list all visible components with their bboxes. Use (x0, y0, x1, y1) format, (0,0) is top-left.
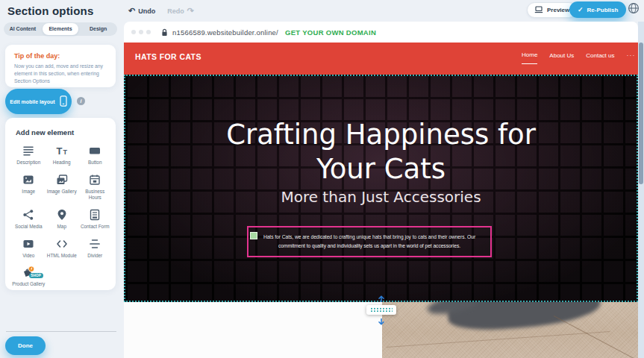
tip-body: Now you can add, move and resize any ele… (14, 63, 107, 86)
html-module-icon (55, 237, 69, 251)
element-item-heading[interactable]: TT Heading (46, 144, 79, 166)
element-item-html-module[interactable]: HTML Module (46, 237, 79, 260)
undo-button[interactable]: ↶ Undo (128, 7, 155, 15)
element-label: Divider (87, 253, 102, 260)
element-label: Button (88, 160, 101, 166)
arrow-up-icon (378, 292, 385, 305)
nav-item-contact-us[interactable]: Contact us (586, 52, 614, 64)
hero-title-line1: Crafting Happiness for (125, 118, 637, 152)
pavement-joint-line (387, 331, 610, 348)
redo-icon: ↷ (187, 7, 194, 15)
svg-text:T: T (56, 145, 62, 157)
element-label: Description (16, 160, 40, 166)
nav-item-about-us[interactable]: About Us (549, 52, 574, 64)
smartphone-icon (60, 95, 67, 107)
element-item-social-media[interactable]: Social Media (12, 208, 46, 230)
button-icon (88, 144, 101, 157)
tip-of-the-day-card: Tip of the day: Now you can add, move an… (5, 45, 116, 87)
element-item-contact-form[interactable]: Contact Form (78, 208, 112, 230)
hero-paragraph: Hats for Cats, we are dedicated to craft… (252, 233, 487, 250)
add-element-panel: Add new element Description TT Heading B… (5, 118, 116, 290)
site-logo[interactable]: HATS FOR CATS (135, 52, 201, 61)
browser-bar: n1566589.websitebuilder.online/ GET YOUR… (124, 22, 638, 43)
pavement-joint-line (554, 315, 638, 358)
hero-subtitle[interactable]: More than Just Accessories (125, 188, 637, 206)
element-label: Business Hours (78, 189, 112, 201)
republish-label: Re-Publish (587, 7, 619, 13)
contact-form-icon (88, 208, 101, 222)
next-section-image[interactable] (382, 302, 638, 358)
element-label: Video (22, 253, 34, 260)
element-item-image[interactable]: Image (12, 173, 46, 201)
edit-mobile-layout-button[interactable]: Edit mobile layout (5, 89, 72, 114)
element-label: HTML Module (47, 253, 77, 260)
element-item-video[interactable]: Video (12, 237, 46, 260)
nav-item-home[interactable]: Home (522, 51, 537, 64)
element-label: Map (57, 224, 66, 230)
svg-text:T: T (63, 148, 67, 156)
element-item-business-hours[interactable]: Business Hours (78, 173, 112, 201)
site-header: HATS FOR CATS Home About Us Contact us ·… (124, 43, 638, 75)
lock-icon (161, 28, 168, 37)
tip-title: Tip of the day: (14, 52, 107, 60)
redo-label: Redo (167, 7, 184, 15)
element-label: Image Gallery (47, 189, 77, 195)
edit-mobile-label: Edit mobile layout (10, 99, 54, 104)
resize-grip[interactable] (366, 305, 396, 315)
republish-button[interactable]: ✓ Re-Publish (569, 1, 626, 18)
arrow-down-icon (378, 315, 385, 328)
next-section-background[interactable] (124, 302, 382, 358)
site-nav: Home About Us Contact us ··· (522, 51, 636, 64)
tab-design[interactable]: Design (80, 23, 116, 35)
canvas-scrollbar[interactable] (638, 22, 644, 358)
redo-button[interactable]: Redo ↷ (167, 7, 194, 15)
description-icon (22, 144, 35, 157)
element-label: Social Media (15, 224, 43, 230)
check-icon: ✓ (578, 6, 584, 13)
heading-icon: TT (55, 144, 69, 157)
shop-badge: SHOP (29, 273, 43, 278)
element-item-map[interactable]: Map (46, 208, 79, 230)
sidebar-divider (6, 331, 116, 332)
history-controls: ↶ Undo Redo ↷ (128, 7, 194, 15)
done-button[interactable]: Done (5, 336, 46, 355)
element-grid: Description TT Heading Button Image (12, 144, 112, 295)
devices-icon (534, 6, 543, 15)
social-media-icon (22, 208, 35, 222)
tab-ai-content[interactable]: AI Content (4, 23, 41, 35)
divider-icon (88, 237, 101, 251)
element-item-description[interactable]: Description (12, 144, 46, 166)
element-item-button[interactable]: Button (78, 144, 112, 166)
selected-text-element[interactable]: Hats for Cats, we are dedicated to craft… (247, 226, 492, 257)
language-globe-button[interactable] (627, 3, 640, 16)
info-icon[interactable]: i (77, 97, 85, 105)
element-item-divider[interactable]: Divider (78, 237, 112, 260)
selected-section[interactable]: Crafting Happiness for Your Cats More th… (124, 75, 638, 302)
business-hours-icon (88, 173, 101, 186)
undo-label: Undo (138, 7, 155, 15)
element-label: Heading (53, 160, 71, 166)
element-drag-handle[interactable] (250, 232, 257, 239)
add-element-title: Add new element (16, 128, 116, 136)
page-title: Section options (7, 4, 94, 17)
map-pin-icon (55, 208, 69, 222)
element-label: Contact Form (81, 224, 110, 230)
tab-elements[interactable]: Elements (43, 23, 79, 35)
video-icon (22, 237, 35, 251)
image-gallery-icon (55, 173, 69, 186)
preview-label: Preview (547, 7, 569, 13)
element-item-product-gallery[interactable]: SHOP Product Gallery (12, 266, 46, 288)
nav-more-icon[interactable]: ··· (627, 51, 636, 64)
get-domain-link[interactable]: GET YOUR OWN DOMAIN (285, 28, 376, 37)
globe-icon (628, 2, 640, 17)
hero-title[interactable]: Crafting Happiness for Your Cats (125, 118, 637, 187)
image-icon (22, 173, 35, 186)
sidebar-tabs: AI Content Elements Design (4, 22, 117, 36)
builder-window: Section options ↶ Undo Redo ↷ Preview ✓ … (0, 0, 644, 358)
section-resize-handle[interactable] (365, 292, 398, 328)
hero-title-line2: Your Cats (125, 152, 637, 186)
window-dots-icon (131, 30, 151, 34)
element-item-image-gallery[interactable]: Image Gallery (46, 173, 79, 201)
site-url: n1566589.websitebuilder.online/ (172, 28, 278, 37)
scrollbar-thumb[interactable] (639, 43, 643, 184)
